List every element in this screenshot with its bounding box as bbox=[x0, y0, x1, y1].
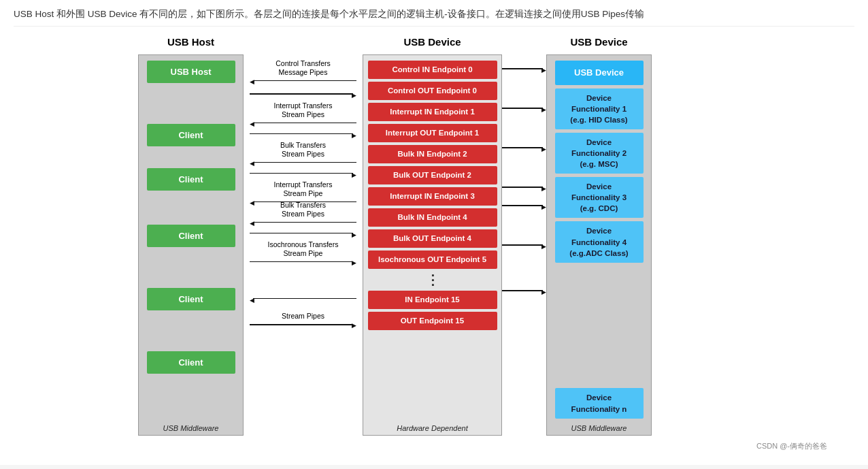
endpoint-control-in-0: Control IN Endpoint 0 bbox=[368, 61, 497, 79]
right-arrow-6 bbox=[502, 239, 546, 251]
client-box-2: Client bbox=[147, 168, 235, 191]
arrow-label-3: Interrupt Transfers bbox=[274, 101, 333, 110]
endpoint-isochronous-out-5: Isochronous OUT Endpoint 5 bbox=[368, 250, 497, 269]
arrows-column: Control Transfers Message Pipes bbox=[244, 54, 363, 436]
right-arrow-4 bbox=[502, 181, 546, 193]
usb-diagram: USB Host USB Device USB Device U bbox=[14, 36, 854, 436]
page-container: USB Host 和外围 USB Device 有不同的层，如下图所示。各层之间… bbox=[0, 0, 868, 465]
endpoints-panel: Control IN Endpoint 0 Control OUT Endpoi… bbox=[363, 54, 502, 436]
device-section-endpoints: USB Device bbox=[363, 36, 502, 52]
right-arrow-2 bbox=[502, 102, 546, 114]
device-section-title: USB Device bbox=[546, 36, 652, 52]
right-arrow-5 bbox=[502, 199, 546, 212]
device-panel: USB Device Device Functionality 1 (e.g. … bbox=[546, 54, 652, 436]
arrow-label-10: Isochronous Transfers bbox=[268, 240, 339, 248]
endpoint-interrupt-out-1: Interrupt OUT Endpoint 1 bbox=[368, 124, 497, 142]
arrow-line-out-0 bbox=[250, 88, 357, 100]
arrow-label-3b: Stream Pipes bbox=[282, 110, 324, 118]
arrow-line-out-15 bbox=[250, 321, 357, 329]
host-panel: USB Host Client Client Client Client Cli… bbox=[138, 54, 244, 436]
arrow-label-5b: Stream Pipes bbox=[282, 150, 324, 158]
device-func-n: Device Functionality n bbox=[555, 388, 644, 418]
arrow-line-out-1 bbox=[250, 128, 357, 140]
arrow-line-out-2 bbox=[250, 167, 357, 180]
usb-device-box: USB Device bbox=[555, 61, 644, 85]
arrow-label-5: Bulk Transfers bbox=[280, 141, 326, 149]
arrow-label-streams: Stream Pipes bbox=[282, 312, 324, 320]
arrow-label-10b: Stream Pipe bbox=[284, 249, 323, 257]
device-func-2: Device Functionality 2 (e.g. MSC) bbox=[555, 133, 644, 174]
endpoint-bulk-out-2: Bulk OUT Endpoint 2 bbox=[368, 166, 497, 184]
arrow-label-8: Bulk Transfers bbox=[280, 201, 326, 209]
endpoint-bulk-in-4: Bulk IN Endpoint 4 bbox=[368, 208, 497, 227]
endpoint-bulk-out-4: Bulk OUT Endpoint 4 bbox=[368, 229, 497, 248]
right-arrow-3 bbox=[502, 142, 546, 154]
usb-host-box: USB Host bbox=[147, 61, 235, 83]
device-func-1: Device Functionality 1 (e.g. HID Class) bbox=[555, 88, 644, 129]
arrow-label-1: Control Transfers bbox=[276, 59, 331, 67]
client-box-1: Client bbox=[147, 124, 235, 146]
device-middleware-label: USB Middleware bbox=[571, 424, 627, 432]
endpoint-control-out-0: Control OUT Endpoint 0 bbox=[368, 82, 497, 100]
device-func-3: Device Functionality 3 (e.g. CDC) bbox=[555, 177, 644, 218]
endpoint-interrupt-in-3: Interrupt IN Endpoint 3 bbox=[368, 187, 497, 206]
host-section-title: USB Host bbox=[138, 36, 244, 52]
arrow-label-7: Interrupt Transfers bbox=[274, 180, 333, 189]
intro-text: USB Host 和外围 USB Device 有不同的层，如下图所示。各层之间… bbox=[14, 7, 854, 27]
arrow-line-in-15 bbox=[250, 293, 357, 305]
right-arrow-7 bbox=[502, 285, 546, 297]
client-box-3: Client bbox=[147, 225, 235, 247]
endpoint-out-15: OUT Endpoint 15 bbox=[368, 312, 497, 330]
right-arrows-column bbox=[502, 54, 546, 436]
arrow-line-out-4 bbox=[250, 227, 357, 240]
endpoint-in-15: IN Endpoint 15 bbox=[368, 291, 497, 309]
client-box-5: Client bbox=[147, 351, 235, 374]
device-func-4: Device Functionality 4 (e.g.ADC Class) bbox=[555, 221, 644, 262]
arrow-label-8b: Stream Pipes bbox=[282, 210, 324, 218]
arrow-label-1b: Message Pipes bbox=[279, 68, 328, 76]
endpoints-middleware-label: Hardware Dependent bbox=[397, 424, 468, 432]
watermark: CSDN @-俩奇的爸爸 bbox=[14, 441, 854, 451]
endpoint-bulk-in-2: Bulk IN Endpoint 2 bbox=[368, 145, 497, 163]
dots: ⋮ bbox=[426, 272, 439, 288]
host-middleware-label: USB Middleware bbox=[163, 424, 219, 432]
right-arrow-1 bbox=[502, 63, 546, 75]
arrow-label-7b: Stream Pipe bbox=[284, 189, 323, 197]
client-box-4: Client bbox=[147, 288, 235, 310]
endpoint-interrupt-in-1: Interrupt IN Endpoint 1 bbox=[368, 103, 497, 121]
